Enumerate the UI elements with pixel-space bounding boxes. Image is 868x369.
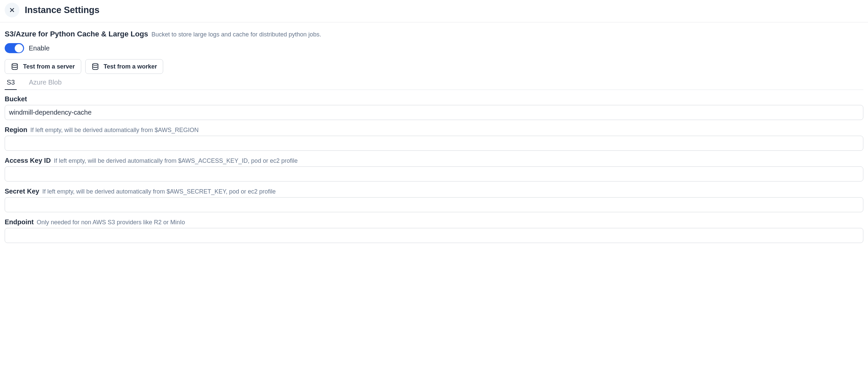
- access-key-id-hint: If left empty, will be derived automatic…: [54, 157, 298, 164]
- bucket-label: Bucket: [5, 95, 27, 102]
- enable-toggle[interactable]: [5, 43, 24, 53]
- section-title: S3/Azure for Python Cache & Large Logs: [5, 30, 148, 38]
- tab-s3[interactable]: S3: [5, 76, 17, 90]
- endpoint-label: Endpoint: [5, 218, 34, 225]
- bucket-input[interactable]: [5, 105, 863, 120]
- toggle-label: Enable: [29, 44, 50, 52]
- access-key-id-label: Access Key ID: [5, 157, 51, 164]
- field-access-key-id: Access Key ID If left empty, will be der…: [5, 157, 863, 182]
- test-from-server-button[interactable]: Test from a server: [5, 59, 81, 74]
- field-region: Region If left empty, will be derived au…: [5, 126, 863, 151]
- svg-point-3: [93, 63, 98, 65]
- database-icon: [92, 63, 99, 70]
- toggle-knob: [15, 44, 23, 53]
- region-label: Region: [5, 126, 27, 133]
- content: S3/Azure for Python Cache & Large Logs B…: [0, 22, 868, 256]
- test-server-label: Test from a server: [23, 63, 75, 70]
- tab-azure-blob[interactable]: Azure Blob: [27, 76, 64, 90]
- tabs: S3 Azure Blob: [5, 76, 863, 90]
- close-icon: [8, 6, 16, 14]
- field-endpoint: Endpoint Only needed for non AWS S3 prov…: [5, 218, 863, 243]
- test-worker-label: Test from a worker: [104, 63, 157, 70]
- toggle-row: Enable: [5, 43, 863, 53]
- field-bucket: Bucket: [5, 95, 863, 120]
- field-secret-key: Secret Key If left empty, will be derive…: [5, 187, 863, 212]
- region-hint: If left empty, will be derived automatic…: [30, 127, 198, 133]
- test-from-worker-button[interactable]: Test from a worker: [85, 59, 163, 74]
- secret-key-label: Secret Key: [5, 187, 39, 195]
- region-input[interactable]: [5, 136, 863, 151]
- button-row: Test from a server Test from a worker: [5, 59, 863, 74]
- endpoint-hint: Only needed for non AWS S3 providers lik…: [37, 219, 185, 225]
- endpoint-input[interactable]: [5, 228, 863, 243]
- database-icon: [11, 63, 19, 70]
- section-header: S3/Azure for Python Cache & Large Logs B…: [5, 30, 863, 38]
- svg-point-2: [12, 63, 18, 65]
- secret-key-hint: If left empty, will be derived automatic…: [42, 188, 276, 195]
- header: Instance Settings: [0, 0, 868, 22]
- access-key-id-input[interactable]: [5, 166, 863, 182]
- page-title: Instance Settings: [25, 5, 100, 16]
- secret-key-input[interactable]: [5, 197, 863, 212]
- close-button[interactable]: [5, 3, 20, 18]
- section-subtitle: Bucket to store large logs and cache for…: [152, 31, 321, 38]
